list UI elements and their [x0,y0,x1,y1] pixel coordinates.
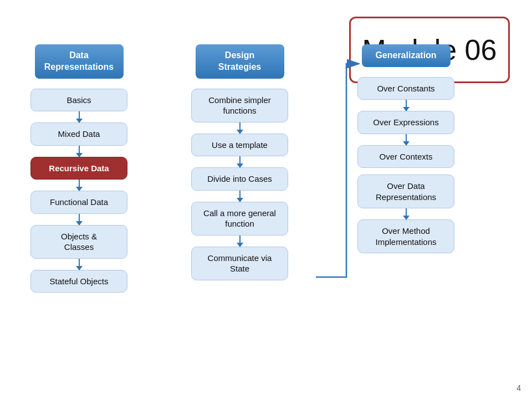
arrow-expressions-contexts [406,134,407,145]
arrow-basics-mixed [79,111,80,122]
node-functional-data: Functional Data [30,191,127,214]
col-data-representations: Data Representations Basics Mixed Data R… [30,44,127,293]
node-stateful-objects: Stateful Objects [30,270,127,293]
arrow-combine-template [239,122,241,134]
arrow-call-communicate [239,236,241,247]
node-over-data-repr: Over Data Representations [357,175,454,208]
node-over-expressions: Over Expressions [357,111,454,134]
node-mixed-data: Mixed Data [30,122,127,146]
node-communicate-state: Communicate via State [191,247,288,280]
arrow-divide-call [239,191,241,202]
arrow-template-divide [239,156,241,167]
arrow-data-method [406,208,407,219]
node-over-contexts: Over Contexts [357,145,454,168]
node-recursive-data: Recursive Data [30,157,127,180]
node-over-constants: Over Constants [357,77,454,100]
node-over-method-impl: Over Method Implementations [357,219,454,253]
arrow-recursive-functional [79,180,80,191]
node-divide-cases: Divide into Cases [191,167,288,191]
col-generalization: Generalization Over Constants Over Expre… [357,44,454,253]
arrow-objects-stateful [79,259,80,270]
arrow-constants-expressions [406,100,407,111]
page-number: 4 [516,383,521,392]
node-basics: Basics [30,89,127,112]
node-combine-simpler: Combine simpler functions [191,89,288,122]
arrow-functional-objects [79,214,80,225]
node-call-general: Call a more general function [191,202,288,236]
col1-header: Data Representations [35,44,124,79]
node-objects-classes: Objects & Classes [30,225,127,259]
node-use-template: Use a template [191,134,288,157]
cross-arrow-call-generalization [316,64,359,277]
arrow-mixed-recursive [79,146,80,157]
col2-header: Design Strategies [196,44,284,79]
col3-header: Generalization [362,44,451,67]
col-design-strategies: Design Strategies Combine simpler functi… [191,44,288,280]
